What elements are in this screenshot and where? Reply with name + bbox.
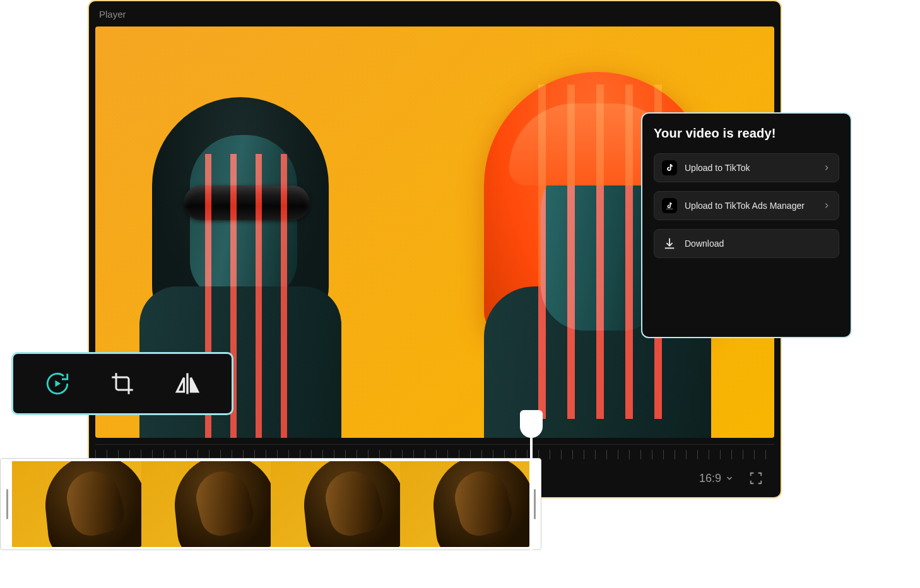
fullscreen-icon bbox=[749, 471, 763, 485]
aspect-ratio-value: 16:9 bbox=[699, 472, 721, 485]
mirror-tool-button[interactable] bbox=[168, 365, 206, 403]
svg-rect-1 bbox=[666, 209, 673, 209]
filmstrip-thumb[interactable] bbox=[400, 461, 529, 547]
export-heading: Your video is ready! bbox=[654, 126, 839, 141]
aspect-ratio-select[interactable]: 16:9 bbox=[699, 472, 734, 485]
download-button[interactable]: Download bbox=[654, 229, 839, 258]
upload-tiktok-label: Upload to TikTok bbox=[685, 163, 815, 173]
filmstrip-thumb[interactable] bbox=[271, 461, 400, 547]
timeline-ruler[interactable] bbox=[95, 444, 774, 459]
filmstrip-thumb[interactable] bbox=[141, 461, 271, 547]
chevron-right-icon bbox=[822, 201, 831, 210]
replay-icon bbox=[44, 370, 71, 397]
crop-icon bbox=[110, 371, 135, 396]
player-header: Player bbox=[89, 1, 781, 26]
chevron-down-icon bbox=[725, 474, 734, 483]
filmstrip-thumbs[interactable] bbox=[12, 461, 529, 547]
fullscreen-button[interactable] bbox=[749, 471, 763, 485]
mirror-icon bbox=[174, 370, 201, 397]
trim-handle-right[interactable] bbox=[531, 461, 538, 547]
upload-tiktok-ads-label: Upload to TikTok Ads Manager bbox=[685, 201, 815, 211]
tiktok-business-icon bbox=[662, 198, 677, 213]
upload-tiktok-button[interactable]: Upload to TikTok bbox=[654, 153, 839, 182]
upload-tiktok-ads-button[interactable]: Upload to TikTok Ads Manager bbox=[654, 191, 839, 220]
chevron-right-icon bbox=[822, 163, 831, 172]
trim-handle-left[interactable] bbox=[3, 461, 11, 547]
player-title: Player bbox=[99, 9, 126, 20]
svg-marker-0 bbox=[55, 380, 61, 387]
replay-tool-button[interactable] bbox=[38, 365, 76, 403]
filmstrip-thumb[interactable] bbox=[12, 461, 141, 547]
download-label: Download bbox=[685, 238, 831, 249]
export-panel: Your video is ready! Upload to TikTok Up… bbox=[641, 112, 852, 338]
tiktok-icon bbox=[662, 160, 677, 175]
edit-toolbar bbox=[11, 352, 233, 415]
filmstrip bbox=[0, 458, 541, 550]
download-icon bbox=[662, 236, 677, 251]
crop-tool-button[interactable] bbox=[103, 365, 141, 403]
